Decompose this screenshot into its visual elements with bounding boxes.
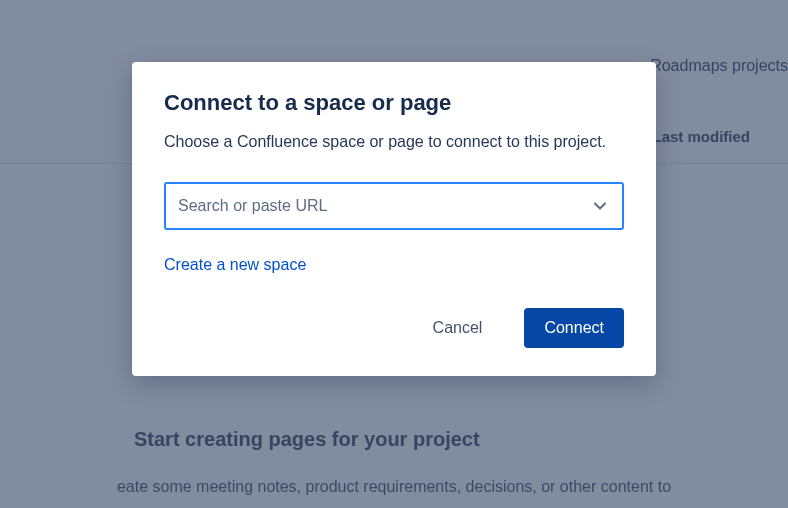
space-search-input[interactable]: [178, 197, 590, 215]
create-space-link[interactable]: Create a new space: [164, 256, 306, 274]
cancel-button[interactable]: Cancel: [415, 308, 501, 348]
modal-overlay: Connect to a space or page Choose a Conf…: [0, 0, 788, 508]
chevron-down-icon: [590, 196, 610, 216]
connect-button[interactable]: Connect: [524, 308, 624, 348]
space-search-select[interactable]: [164, 182, 624, 230]
modal-actions: Cancel Connect: [164, 308, 624, 348]
modal-description: Choose a Confluence space or page to con…: [164, 130, 624, 154]
modal-title: Connect to a space or page: [164, 90, 624, 116]
connect-modal: Connect to a space or page Choose a Conf…: [132, 62, 656, 376]
